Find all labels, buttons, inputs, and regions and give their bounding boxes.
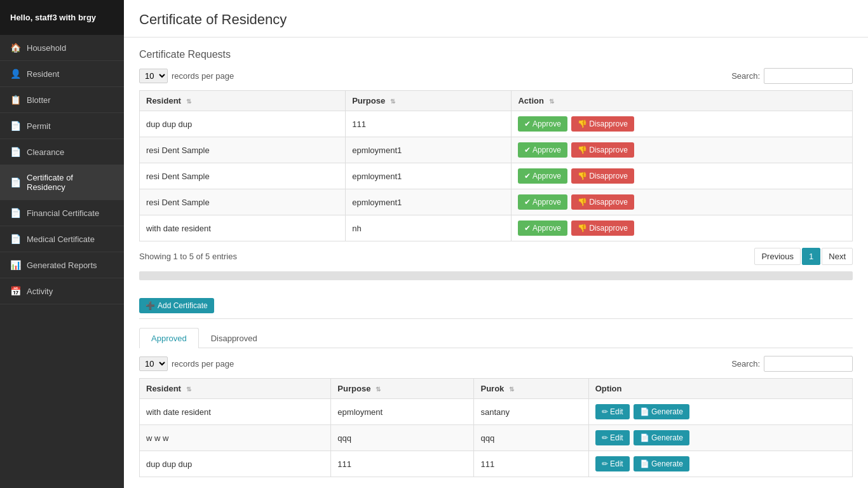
sidebar: Hello, staff3 with brgy 🏠Household👤Resid…: [0, 0, 124, 488]
nav-icon-clearance: 📄: [10, 147, 20, 157]
approved-search-input[interactable]: [764, 356, 853, 372]
sidebar-item-household[interactable]: 🏠Household: [0, 35, 124, 61]
nav-icon-medical-certificate: 📄: [10, 234, 20, 244]
nav-icon-blotter: 📋: [10, 95, 20, 105]
approve-button-1[interactable]: ✔ Approve: [518, 142, 567, 158]
approved-search-label: Search:: [731, 359, 760, 369]
request-resident-cell: with date resident: [140, 215, 346, 241]
action-buttons: ✔ Approve 👎 Disapprove: [518, 194, 846, 210]
edit-button-0[interactable]: ✏ Edit: [595, 404, 630, 419]
requests-search-control: Search:: [731, 68, 853, 84]
sidebar-item-permit[interactable]: 📄Permit: [0, 113, 124, 139]
sidebar-header-text: Hello, staff3 with brgy: [10, 13, 96, 22]
generate-button-1[interactable]: 📄 Generate: [634, 430, 689, 445]
sort-resident-icon: ⇅: [186, 98, 191, 105]
request-action-cell: ✔ Approve 👎 Disapprove: [512, 215, 853, 241]
request-purpose-cell[interactable]: epmloyment1: [346, 189, 512, 215]
approved-option-cell: ✏ Edit 📄 Generate: [588, 399, 852, 425]
requests-per-page-select[interactable]: 10 25 50: [139, 69, 168, 83]
sidebar-label-medical-certificate: Medical Certificate: [27, 234, 95, 244]
add-certificate-button[interactable]: ➕ Add Certificate: [139, 298, 214, 313]
sidebar-item-certificate-of-residency[interactable]: 📄Certificate of Residency: [0, 165, 124, 200]
next-button[interactable]: Next: [822, 248, 853, 265]
nav-icon-financial-certificate: 📄: [10, 208, 20, 218]
col-resident: Resident ⇅: [140, 91, 346, 111]
sort-approved-purok-icon: ⇅: [509, 386, 514, 393]
approved-tbody: with date resident epmloyment santany ✏ …: [140, 399, 853, 477]
approved-option-cell: ✏ Edit 📄 Generate: [588, 425, 852, 451]
action-buttons: ✔ Approve 👎 Disapprove: [518, 220, 846, 236]
approve-button-2[interactable]: ✔ Approve: [518, 168, 567, 184]
sidebar-label-certificate-of-residency: Certificate of Residency: [27, 173, 114, 192]
sort-action-icon: ⇅: [549, 98, 554, 105]
request-resident-cell: resi Dent Sample: [140, 189, 346, 215]
request-purpose-cell[interactable]: epmloyment1: [346, 137, 512, 163]
approved-per-page-select[interactable]: 10 25 50: [139, 356, 168, 371]
disapprove-button-1[interactable]: 👎 Disapprove: [571, 142, 634, 158]
disapprove-button-3[interactable]: 👎 Disapprove: [571, 194, 634, 210]
tab-approved[interactable]: Approved: [139, 328, 199, 348]
requests-pagination-buttons: Previous 1 Next: [754, 248, 853, 265]
sidebar-item-resident[interactable]: 👤Resident: [0, 61, 124, 87]
nav-icon-permit: 📄: [10, 121, 20, 131]
nav-icon-generated-reports: 📊: [10, 260, 20, 270]
approved-resident-cell: with date resident: [140, 399, 331, 425]
sidebar-item-blotter[interactable]: 📋Blotter: [0, 87, 124, 113]
requests-showing-text: Showing 1 to 5 of 5 entries: [139, 252, 237, 261]
section-title: Certificate Requests: [139, 49, 853, 60]
sidebar-item-activity[interactable]: 📅Activity: [0, 278, 124, 304]
request-resident-cell: resi Dent Sample: [140, 163, 346, 189]
tab-disapproved[interactable]: Disapproved: [199, 328, 269, 348]
sidebar-item-clearance[interactable]: 📄Clearance: [0, 139, 124, 165]
approve-button-0[interactable]: ✔ Approve: [518, 116, 567, 132]
prev-button[interactable]: Previous: [754, 248, 801, 265]
option-buttons: ✏ Edit 📄 Generate: [595, 430, 846, 445]
disapprove-button-0[interactable]: 👎 Disapprove: [571, 116, 634, 132]
disapprove-button-2[interactable]: 👎 Disapprove: [571, 168, 634, 184]
request-purpose-cell[interactable]: nh: [346, 215, 512, 241]
sidebar-label-blotter: Blotter: [27, 95, 51, 105]
approved-per-page-label: records per page: [172, 359, 234, 369]
approved-option-cell: ✏ Edit 📄 Generate: [588, 451, 852, 477]
sidebar-item-financial-certificate[interactable]: 📄Financial Certificate: [0, 200, 124, 226]
request-row: resi Dent Sample epmloyment1 ✔ Approve 👎…: [140, 137, 853, 163]
option-buttons: ✏ Edit 📄 Generate: [595, 404, 846, 419]
nav-icon-resident: 👤: [10, 69, 20, 79]
add-cert-section: ➕ Add Certificate: [139, 289, 853, 313]
sidebar-label-financial-certificate: Financial Certificate: [27, 208, 99, 218]
approved-row: with date resident epmloyment santany ✏ …: [140, 399, 853, 425]
requests-search-input[interactable]: [764, 68, 853, 84]
requests-per-page-label: records per page: [172, 71, 234, 81]
approved-purok-cell: 111: [474, 451, 588, 477]
sidebar-label-clearance: Clearance: [27, 147, 64, 157]
sidebar-item-generated-reports[interactable]: 📊Generated Reports: [0, 252, 124, 278]
nav-icon-activity: 📅: [10, 286, 20, 296]
sidebar-item-medical-certificate[interactable]: 📄Medical Certificate: [0, 226, 124, 252]
nav-icon-household: 🏠: [10, 43, 20, 53]
approved-col-option: Option: [588, 379, 852, 399]
edit-button-1[interactable]: ✏ Edit: [595, 430, 630, 445]
approved-search-control: Search:: [731, 356, 853, 372]
generate-button-2[interactable]: 📄 Generate: [634, 456, 689, 471]
horizontal-scrollbar[interactable]: [139, 271, 853, 280]
nav-icon-certificate-of-residency: 📄: [10, 177, 20, 187]
approve-button-4[interactable]: ✔ Approve: [518, 220, 567, 236]
sidebar-header: Hello, staff3 with brgy: [0, 0, 124, 35]
generate-button-0[interactable]: 📄 Generate: [634, 404, 689, 419]
page-1-button[interactable]: 1: [802, 248, 820, 265]
request-row: dup dup dup 111 ✔ Approve 👎 Disapprove: [140, 111, 853, 137]
request-purpose-cell[interactable]: epmloyment1: [346, 163, 512, 189]
option-buttons: ✏ Edit 📄 Generate: [595, 456, 846, 471]
requests-table: Resident ⇅ Purpose ⇅ Action ⇅ dup dup du…: [139, 90, 853, 241]
add-certificate-label: Add Certificate: [158, 301, 208, 310]
action-buttons: ✔ Approve 👎 Disapprove: [518, 116, 846, 132]
disapprove-button-4[interactable]: 👎 Disapprove: [571, 220, 634, 236]
edit-button-2[interactable]: ✏ Edit: [595, 456, 630, 471]
approved-purok-cell: santany: [474, 399, 588, 425]
approved-col-purok: Purok ⇅: [474, 379, 588, 399]
sidebar-label-household: Household: [27, 43, 66, 53]
request-row: resi Dent Sample epmloyment1 ✔ Approve 👎…: [140, 163, 853, 189]
col-action: Action ⇅: [512, 91, 853, 111]
approve-button-3[interactable]: ✔ Approve: [518, 194, 567, 210]
request-action-cell: ✔ Approve 👎 Disapprove: [512, 189, 853, 215]
